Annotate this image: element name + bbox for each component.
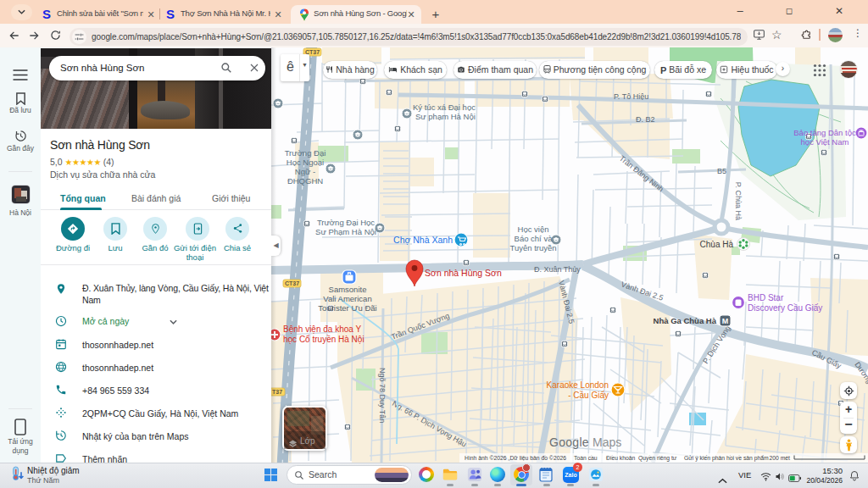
svg-text:Toàn cầu: Toàn cầu [574,454,598,461]
svg-text:Vali American: Vali American [323,294,371,303]
svg-text:M: M [722,317,729,325]
svg-text:Ký túc xá Đại học: Ký túc xá Đại học [413,103,476,112]
svg-text:Chùa Hà: Chùa Hà [700,240,734,249]
svg-text:Ngữ -: Ngữ - [295,167,315,176]
svg-text:học Cổ truyền Hà Nội: học Cổ truyền Hà Nội [283,335,364,344]
svg-text:Quyền riêng tư: Quyền riêng tư [638,454,677,462]
svg-text:Google: Google [549,435,589,449]
svg-text:Samsonite: Samsonite [329,285,367,294]
svg-text:Discovery Cầu Giấy: Discovery Cầu Giấy [748,303,822,313]
svg-text:Sư Phạm Hà Nội: Sư Phạm Hà Nội [315,227,376,236]
svg-text:Bảo tàng Dân tộc: Bảo tàng Dân tộc [793,128,856,137]
svg-text:CT37: CT37 [285,280,299,286]
svg-text:P. Tô Hiệu: P. Tô Hiệu [614,92,648,101]
svg-text:200 mét: 200 mét [769,455,790,461]
svg-text:Nhà Ga Chùa Hà: Nhà Ga Chùa Hà [654,316,717,325]
svg-text:Đ. Xuân Thủy: Đ. Xuân Thủy [534,265,581,274]
svg-text:Ngõ 78 Duy Tân: Ngõ 78 Duy Tân [378,368,387,423]
svg-text:Karaoke London: Karaoke London [547,380,609,390]
svg-text:Trường Đại: Trường Đại [285,148,326,158]
svg-text:Hình ảnh ©2026 ,Dữ liệu bản đồ: Hình ảnh ©2026 ,Dữ liệu bản đồ ©2026 [465,454,566,461]
svg-text:P. Chùa Hà: P. Chùa Hà [734,182,743,220]
svg-text:Điều khoản: Điều khoản [606,454,636,461]
svg-text:Trường Đại Học: Trường Đại Học [317,218,375,227]
svg-text:Tuyên truyền: Tuyên truyền [509,243,556,252]
svg-text:học Việt Nam: học Việt Nam [801,137,849,147]
svg-text:Báo chí và: Báo chí và [515,234,554,243]
svg-text:BHD Star: BHD Star [748,293,784,302]
svg-text:Maps: Maps [593,435,621,449]
svg-text:ĐHQGHN: ĐHQGHN [287,176,323,186]
svg-text:Đ. B2: Đ. B2 [636,115,655,124]
svg-text:Sư phạm Hà Nội: Sư phạm Hà Nội [415,112,476,121]
svg-text:Sơn nhà Hùng Sơn: Sơn nhà Hùng Sơn [425,268,502,278]
svg-text:Chợ Nhà Xanh: Chợ Nhà Xanh [393,235,453,245]
svg-text:Tourister Ưu Đãi: Tourister Ưu Đãi [318,303,376,313]
svg-text:B5: B5 [717,167,726,175]
svg-text:Bệnh viện đa khoa Y: Bệnh viện đa khoa Y [283,324,361,334]
svg-text:Học Ngoại: Học Ngoại [287,158,324,167]
svg-text:Gửi ý kiến phản hồi về sản phẩ: Gửi ý kiến phản hồi về sản phẩm [684,454,769,462]
svg-text:Học viện: Học viện [518,225,549,234]
svg-text:- Cầu Giấy: - Cầu Giấy [568,391,609,400]
